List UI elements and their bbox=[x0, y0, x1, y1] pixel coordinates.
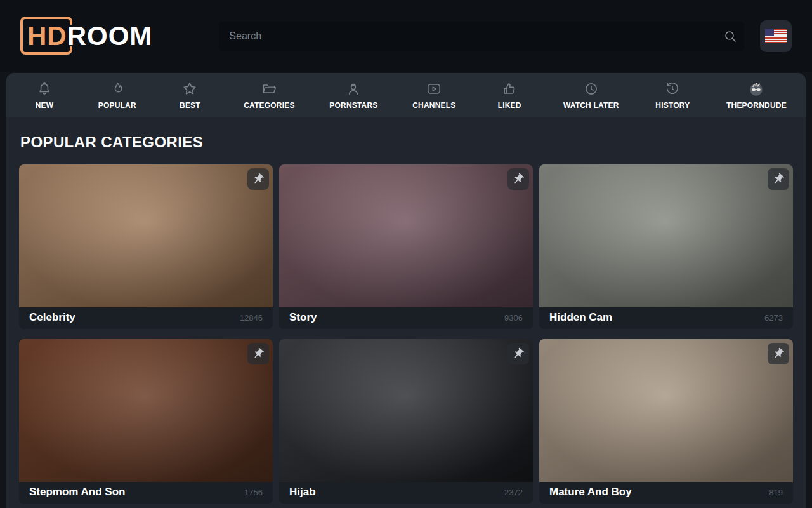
search-bar bbox=[219, 22, 744, 51]
nav-item-new[interactable]: NEW bbox=[25, 81, 63, 110]
category-count: 6273 bbox=[764, 313, 783, 323]
category-card[interactable]: Story 9306 bbox=[279, 164, 533, 329]
nav-item-label: HISTORY bbox=[655, 101, 690, 110]
category-count: 1756 bbox=[244, 488, 263, 497]
us-flag-icon bbox=[765, 29, 787, 43]
person-icon bbox=[345, 81, 362, 97]
nav-item-label: CHANNELS bbox=[412, 101, 455, 110]
logo-text-room: ROOM bbox=[67, 21, 153, 51]
category-thumbnail-placeholder bbox=[19, 339, 273, 482]
play-screen-icon bbox=[426, 81, 442, 97]
category-card[interactable]: Hijab 2372 bbox=[279, 339, 533, 504]
page-title: POPULAR CATEGORIES bbox=[6, 133, 806, 151]
category-title: Hidden Cam bbox=[549, 311, 612, 324]
nav-item-label: BEST bbox=[180, 101, 200, 110]
language-selector[interactable] bbox=[760, 20, 792, 52]
category-thumbnail-placeholder bbox=[279, 164, 533, 307]
pin-button[interactable] bbox=[247, 168, 269, 190]
category-title: Celebrity bbox=[29, 311, 75, 324]
clock-icon bbox=[583, 81, 599, 97]
nav-item-label: CATEGORIES bbox=[244, 101, 294, 110]
nav-item-watch-later[interactable]: WATCH LATER bbox=[563, 81, 619, 110]
main-panel: NEW POPULAR BEST bbox=[6, 73, 806, 508]
flame-icon bbox=[109, 81, 126, 97]
logo-text: HDROOM bbox=[27, 23, 152, 50]
category-thumbnail-placeholder bbox=[19, 164, 273, 307]
history-icon bbox=[664, 81, 681, 97]
nav-item-categories[interactable]: CATEGORIES bbox=[244, 81, 294, 110]
nav-item-theporndude[interactable]: THEPORNDUDE bbox=[726, 81, 787, 110]
nav-item-label: LIKED bbox=[498, 101, 521, 110]
category-title: Story bbox=[289, 311, 317, 324]
nav-item-label: POPULAR bbox=[98, 101, 136, 110]
category-card[interactable]: Hidden Cam 6273 bbox=[539, 164, 793, 329]
category-card[interactable]: Celebrity 12846 bbox=[19, 164, 273, 329]
category-thumbnail-placeholder bbox=[279, 339, 533, 482]
nav-item-liked[interactable]: LIKED bbox=[490, 81, 528, 110]
category-count: 9306 bbox=[504, 313, 523, 323]
search-input[interactable] bbox=[219, 30, 716, 42]
nav-item-label: PORNSTARS bbox=[329, 101, 377, 110]
category-thumbnail-placeholder bbox=[539, 164, 793, 307]
nav-item-label: WATCH LATER bbox=[563, 101, 619, 110]
pin-button[interactable] bbox=[768, 343, 789, 364]
category-count: 12846 bbox=[240, 313, 263, 323]
category-thumbnail-placeholder bbox=[539, 339, 793, 482]
main-nav: NEW POPULAR BEST bbox=[6, 73, 806, 117]
pin-button[interactable] bbox=[508, 168, 529, 190]
search-icon[interactable] bbox=[716, 29, 744, 44]
category-grid: Celebrity 12846 Story 9306 bbox=[6, 164, 806, 504]
theporndude-icon bbox=[748, 81, 764, 97]
site-logo[interactable]: HDROOM bbox=[20, 16, 152, 57]
category-card[interactable]: Mature And Boy 819 bbox=[539, 339, 793, 504]
category-count: 819 bbox=[769, 488, 783, 497]
pin-button[interactable] bbox=[768, 168, 789, 190]
nav-item-best[interactable]: BEST bbox=[171, 81, 209, 110]
nav-item-label: THEPORNDUDE bbox=[726, 101, 787, 110]
category-title: Mature And Boy bbox=[549, 486, 632, 498]
nav-item-history[interactable]: HISTORY bbox=[653, 81, 691, 110]
nav-item-pornstars[interactable]: PORNSTARS bbox=[329, 81, 377, 110]
pin-button[interactable] bbox=[247, 343, 269, 364]
pin-button[interactable] bbox=[508, 343, 529, 364]
category-title: Stepmom And Son bbox=[29, 486, 125, 498]
category-title: Hijab bbox=[289, 486, 316, 498]
category-card[interactable]: Stepmom And Son 1756 bbox=[19, 339, 273, 504]
category-count: 2372 bbox=[504, 488, 523, 497]
folder-icon bbox=[261, 81, 277, 97]
thumbs-up-icon bbox=[501, 81, 518, 97]
site-header: HDROOM bbox=[0, 0, 812, 72]
bell-icon bbox=[36, 81, 53, 97]
star-icon bbox=[181, 81, 198, 97]
nav-item-label: NEW bbox=[36, 101, 54, 110]
nav-item-channels[interactable]: CHANNELS bbox=[412, 81, 455, 110]
logo-text-hd: HD bbox=[27, 21, 67, 51]
nav-item-popular[interactable]: POPULAR bbox=[98, 81, 136, 110]
